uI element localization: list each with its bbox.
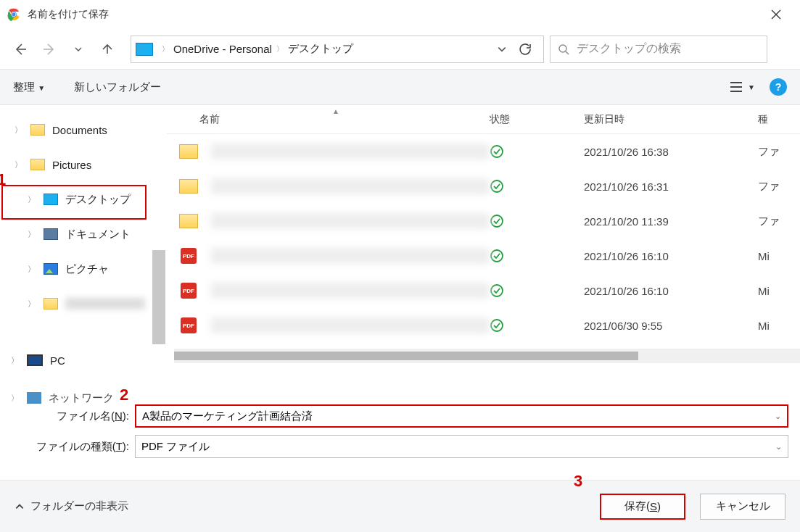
sidebar-item-label: Pictures — [52, 159, 91, 171]
close-icon — [771, 9, 781, 20]
file-date: 2021/10/20 11:39 — [584, 215, 758, 228]
folder-icon — [44, 298, 58, 309]
file-row[interactable]: PDF2021/10/26 16:10Mi — [167, 273, 800, 308]
svg-point-4 — [559, 45, 566, 52]
folder-icon — [179, 179, 198, 194]
file-type: ファ — [758, 145, 800, 159]
sidebar-item-label: ピクチャ — [65, 262, 109, 276]
status-ok-icon — [490, 318, 584, 333]
annotation-2: 2 — [120, 386, 128, 404]
chevron-right-icon: 〉 — [28, 264, 36, 275]
help-button[interactable]: ? — [770, 78, 787, 96]
arrow-left-icon — [14, 43, 27, 56]
back-button[interactable] — [9, 38, 32, 61]
sidebar-item-pictures[interactable]: 〉 Pictures — [0, 147, 152, 182]
save-button[interactable]: 保存(S) — [600, 494, 685, 520]
status-ok-icon — [490, 249, 584, 263]
folder-icon — [179, 214, 198, 228]
chrome-icon — [7, 8, 20, 21]
annotation-1: 1 — [0, 170, 6, 189]
pdf-icon: PDF — [181, 248, 197, 264]
sidebar-item-documents[interactable]: 〉 Documents — [0, 112, 152, 147]
chevron-right-icon: 〉 — [276, 44, 284, 54]
nav-row: 〉 OneDrive - Personal 〉 デスクトップ デスクトップの検索 — [0, 29, 800, 69]
column-header-name[interactable]: ▲ 名前 — [167, 113, 490, 126]
file-row[interactable]: PDF2021/10/26 16:10Mi — [167, 238, 800, 273]
filename-input[interactable]: A製品のマーケティング計画結合済 ⌄ — [135, 404, 788, 428]
pc-icon — [27, 354, 43, 366]
file-row[interactable]: 2021/10/26 16:31ファ — [167, 169, 800, 204]
chevron-right-icon: 〉 — [28, 299, 36, 309]
refresh-icon[interactable] — [519, 43, 532, 56]
file-date: 2021/10/26 16:31 — [584, 180, 758, 193]
sidebar-item-pc[interactable]: 〉 PC — [0, 343, 152, 378]
breadcrumb[interactable]: 〉 OneDrive - Personal 〉 デスクトップ — [131, 36, 544, 63]
search-input[interactable]: デスクトップの検索 — [550, 36, 767, 63]
status-ok-icon — [490, 283, 584, 298]
document-icon — [44, 228, 58, 240]
file-row[interactable]: 2021/10/26 16:38ファ — [167, 134, 800, 169]
svg-point-10 — [491, 320, 503, 331]
file-name-blurred — [210, 144, 490, 159]
new-folder-button[interactable]: 新しいフォルダー — [74, 80, 161, 94]
sidebar-item-blurred[interactable]: 〉 — [0, 286, 152, 321]
svg-point-7 — [491, 215, 503, 227]
sidebar-item-label: ドキュメント — [65, 228, 131, 241]
column-header-type[interactable]: 種 — [758, 113, 800, 126]
chevron-right-icon: 〉 — [11, 355, 20, 366]
organize-menu[interactable]: 整理 ▼ — [13, 80, 45, 94]
scrollbar-vertical[interactable] — [152, 250, 165, 344]
pictures-icon — [44, 263, 58, 275]
scrollbar-horizontal-track[interactable] — [174, 349, 800, 363]
filetype-select[interactable]: PDF ファイル ⌄ — [135, 435, 788, 458]
filetype-label: ファイルの種類(T): — [12, 440, 135, 454]
file-list: ▲ 名前 状態 更新日時 種 2021/10/26 16:38ファ2021/10… — [152, 105, 800, 391]
chevron-right-icon: 〉 — [162, 44, 169, 54]
view-menu[interactable]: ▼ — [729, 81, 755, 93]
up-button[interactable] — [96, 38, 119, 61]
chevron-right-icon: 〉 — [15, 159, 23, 170]
file-type: ファ — [758, 180, 800, 194]
breadcrumb-seg-2[interactable]: デスクトップ — [288, 42, 353, 56]
main-area: 1 〉 Documents 〉 Pictures 〉 デスクトップ 〉 ドキュメ… — [0, 105, 800, 391]
status-ok-icon — [490, 179, 584, 194]
svg-point-3 — [12, 13, 16, 17]
close-button[interactable] — [759, 0, 793, 29]
location-icon — [136, 43, 153, 56]
file-row[interactable]: PDF2021/06/30 9:55Mi — [167, 308, 800, 343]
desktop-icon — [44, 194, 58, 205]
bottom-bar: フォルダーの非表示 3 保存(S) キャンセル — [0, 480, 800, 532]
sidebar-item-pictures-jp[interactable]: 〉 ピクチャ — [0, 252, 152, 286]
arrow-up-icon — [101, 43, 114, 56]
hide-folders-button[interactable]: フォルダーの非表示 — [15, 499, 128, 513]
file-type: Mi — [758, 250, 800, 262]
scrollbar-horizontal-thumb[interactable] — [174, 352, 638, 360]
breadcrumb-seg-1[interactable]: OneDrive - Personal — [173, 43, 272, 55]
filename-area: 2 ファイル名(N): A製品のマーケティング計画結合済 ⌄ ファイルの種類(T… — [0, 391, 800, 468]
svg-point-6 — [491, 180, 503, 192]
file-type: Mi — [758, 320, 800, 332]
filename-value: A製品のマーケティング計画結合済 — [142, 410, 313, 423]
status-ok-icon — [490, 144, 584, 159]
file-row[interactable]: 2021/10/20 11:39ファ — [167, 204, 800, 238]
file-date: 2021/10/26 16:10 — [584, 285, 758, 297]
chevron-up-icon — [15, 502, 25, 512]
file-date: 2021/10/26 16:10 — [584, 250, 758, 262]
column-header-status[interactable]: 状態 — [490, 113, 584, 126]
file-date: 2021/10/26 16:38 — [584, 146, 758, 158]
recent-dropdown[interactable] — [67, 38, 90, 61]
chevron-down-icon[interactable]: ⌄ — [775, 412, 781, 421]
chevron-right-icon: 〉 — [28, 229, 36, 240]
column-header-date[interactable]: 更新日時 — [584, 113, 758, 126]
sidebar-item-documents-jp[interactable]: 〉 ドキュメント — [0, 217, 152, 252]
chevron-down-icon[interactable]: ⌄ — [775, 442, 782, 452]
column-header-row: ▲ 名前 状態 更新日時 種 — [167, 105, 800, 134]
sidebar-item-label — [65, 298, 145, 309]
sidebar-item-desktop[interactable]: 〉 デスクトップ — [0, 182, 152, 217]
cancel-button[interactable]: キャンセル — [700, 494, 785, 520]
folder-icon — [30, 159, 45, 170]
forward-button[interactable] — [38, 38, 61, 61]
sidebar-item-label: PC — [50, 354, 65, 367]
chevron-down-icon[interactable] — [497, 44, 507, 54]
file-name-blurred — [210, 178, 490, 194]
